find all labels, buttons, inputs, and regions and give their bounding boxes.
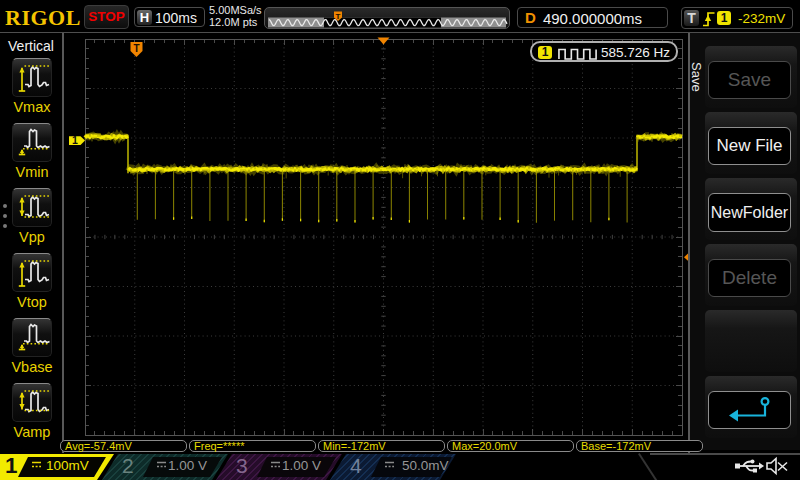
- svg-text:T: T: [134, 43, 140, 54]
- svg-text:T: T: [336, 12, 341, 21]
- svg-text:1: 1: [72, 134, 78, 146]
